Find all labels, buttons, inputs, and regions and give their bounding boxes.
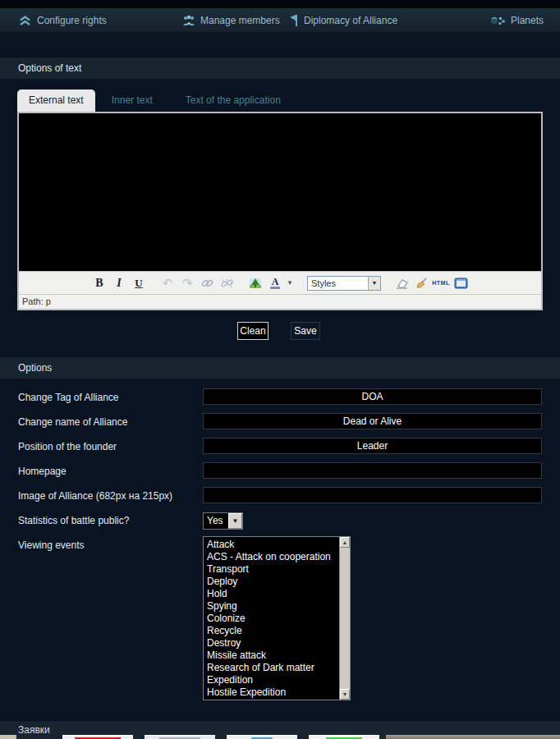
- viewing-events-option[interactable]: Transport: [207, 563, 339, 576]
- styles-dropdown-value: Styles: [308, 278, 368, 288]
- viewing-events-option[interactable]: ACS - Attack on cooperation: [207, 551, 339, 563]
- viewing-events-option[interactable]: Hostile Expedition: [207, 686, 339, 699]
- tab-external-text[interactable]: External text: [17, 90, 95, 112]
- homepage-label: Homepage: [18, 466, 67, 477]
- tab-inner-text[interactable]: Inner text: [95, 90, 169, 112]
- nav-label: Planets: [511, 15, 544, 26]
- battle-stats-public-label: Statistics of battle public?: [18, 515, 129, 526]
- founder-position-label: Position of the founder: [18, 441, 117, 452]
- tab-text-of-application[interactable]: Text of the application: [169, 90, 297, 112]
- section-title: Options: [18, 362, 52, 374]
- homepage-input[interactable]: [203, 462, 542, 479]
- chevrons-up-icon: [18, 15, 32, 26]
- underline-icon[interactable]: U: [131, 275, 147, 291]
- viewing-events-option[interactable]: Missile attack: [207, 649, 339, 662]
- cleanup-brush-icon[interactable]: [413, 275, 429, 291]
- bold-icon[interactable]: B: [91, 275, 108, 291]
- nav-manage-members[interactable]: Manage members: [182, 8, 280, 33]
- alliance-image-label: Image of Alliance (682px на 215px): [18, 490, 172, 502]
- nav-planets[interactable]: Planets: [490, 8, 544, 33]
- alliance-image-input[interactable]: [203, 487, 542, 503]
- viewing-events-option[interactable]: Deploy: [207, 576, 339, 588]
- viewing-events-option[interactable]: Recycle: [207, 625, 339, 637]
- flag-icon: [289, 14, 299, 27]
- viewing-events-option[interactable]: Expedition: [207, 674, 339, 686]
- viewing-events-option[interactable]: Hold: [207, 588, 339, 600]
- viewing-events-option[interactable]: Attack: [207, 539, 339, 551]
- nav-label: Configure rights: [37, 15, 107, 26]
- chevron-down-icon: ▼: [368, 277, 380, 290]
- rich-text-editor: B I U ↶ ↷ A ▼ Styles ▼: [17, 112, 543, 310]
- nav-configure-rights[interactable]: Configure rights: [18, 8, 107, 33]
- font-color-icon[interactable]: A: [267, 275, 283, 291]
- alliance-settings-page: Configure rights Manage members Diplomac…: [0, 0, 560, 739]
- planets-icon: [490, 15, 506, 27]
- section-options: Options: [0, 357, 560, 379]
- viewing-events-option[interactable]: Research of Dark matter: [207, 662, 339, 674]
- html-source-icon[interactable]: HTML: [433, 275, 449, 291]
- nav-label: Manage members: [200, 15, 280, 26]
- founder-position-input[interactable]: [203, 438, 542, 454]
- save-button[interactable]: Save: [291, 322, 320, 340]
- members-icon: [182, 15, 195, 27]
- scroll-down-icon[interactable]: ▼: [340, 689, 350, 700]
- scroll-up-icon[interactable]: ▲: [340, 537, 350, 548]
- cut-off-card: [227, 735, 297, 739]
- undo-icon[interactable]: ↶: [159, 275, 176, 291]
- fullscreen-icon[interactable]: [452, 275, 469, 291]
- remove-format-eraser-icon[interactable]: [393, 275, 410, 291]
- nav-diplomacy[interactable]: Diplomacy of Alliance: [289, 8, 397, 33]
- cut-off-card: [145, 735, 215, 739]
- viewing-events-multiselect[interactable]: AttackACS - Attack on cooperationTranspo…: [203, 536, 351, 700]
- italic-icon[interactable]: I: [111, 275, 127, 291]
- styles-dropdown[interactable]: Styles ▼: [307, 276, 381, 291]
- cut-off-card: [309, 735, 379, 739]
- viewing-events-scrollbar[interactable]: ▲ ▼: [339, 537, 350, 700]
- link-icon[interactable]: [199, 275, 215, 291]
- viewing-events-list: AttackACS - Attack on cooperationTranspo…: [204, 537, 339, 700]
- viewing-events-option[interactable]: Colonize: [207, 613, 339, 625]
- text-tabs: External text Inner text Text of the app…: [17, 89, 297, 112]
- top-black-strip: [0, 0, 560, 8]
- nav-label: Diplomacy of Alliance: [304, 15, 397, 26]
- viewing-events-option[interactable]: Spying: [207, 600, 339, 613]
- redo-icon[interactable]: ↷: [179, 275, 195, 291]
- editor-content-area[interactable]: [19, 113, 541, 271]
- battle-stats-public-select[interactable]: Yes ▼: [203, 512, 243, 530]
- insert-image-icon[interactable]: [247, 275, 264, 291]
- viewing-events-label: Viewing events: [18, 539, 85, 551]
- font-color-caret-icon[interactable]: ▼: [287, 279, 295, 287]
- battle-stats-public-value: Yes: [204, 513, 228, 529]
- section-title: Options of text: [18, 62, 81, 74]
- alliance-navbar: Configure rights Manage members Diplomac…: [0, 8, 560, 33]
- unlink-icon[interactable]: [218, 275, 235, 291]
- chevron-down-icon: ▼: [228, 513, 242, 529]
- alliance-tag-label: Change Tag of Alliance: [18, 392, 119, 403]
- clean-button[interactable]: Clean: [237, 322, 269, 340]
- cut-off-strip: [386, 735, 560, 739]
- editor-toolbar: B I U ↶ ↷ A ▼ Styles ▼: [19, 271, 541, 294]
- viewing-events-option[interactable]: Destroy: [207, 637, 339, 649]
- cut-off-card: [0, 735, 16, 739]
- alliance-name-label: Change name of Alliance: [18, 416, 127, 428]
- alliance-tag-input[interactable]: [203, 388, 542, 405]
- cut-off-card: [62, 735, 133, 739]
- cut-off-bottom-content: [0, 734, 560, 739]
- section-options-of-text: Options of text: [0, 57, 560, 79]
- alliance-name-input[interactable]: [203, 413, 542, 429]
- editor-path-bar: Path: p: [19, 294, 541, 309]
